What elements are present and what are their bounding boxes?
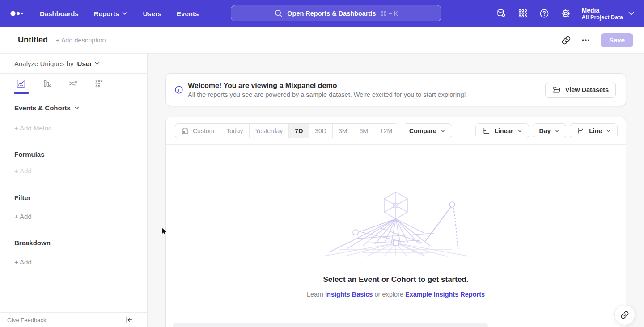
- nav-dashboards-label: Dashboards: [40, 10, 79, 17]
- view-datasets-button[interactable]: View Datasets: [545, 82, 616, 98]
- nav-reports[interactable]: Reports: [94, 10, 128, 17]
- main-content: Welcome! You are viewing a Mixpanel demo…: [148, 54, 644, 327]
- report-header: Untitled + Add description... Save: [0, 27, 644, 54]
- range-6m[interactable]: 6M: [353, 124, 373, 138]
- global-search[interactable]: Open Reports & Dashboards ⌘ + K: [231, 5, 441, 21]
- add-breakdown-button[interactable]: + Add: [14, 258, 147, 266]
- chevron-down-icon: [441, 129, 445, 133]
- link-icon: [620, 310, 629, 319]
- nav-dashboards[interactable]: Dashboards: [40, 10, 79, 17]
- tab-flow[interactable]: [65, 76, 80, 91]
- empty-state-illustration: [313, 189, 479, 257]
- formulas-heading: Formulas: [14, 151, 147, 158]
- project-name: Media: [582, 6, 623, 14]
- settings-gear-icon[interactable]: [560, 8, 571, 19]
- interval-dropdown[interactable]: Day: [533, 123, 567, 138]
- give-feedback-link[interactable]: Give Feedback: [7, 317, 46, 323]
- chart-type-dropdown[interactable]: Line: [570, 123, 618, 138]
- results-table-peek: [173, 323, 488, 327]
- range-yesterday[interactable]: Yesterday: [249, 124, 289, 138]
- range-3m[interactable]: 3M: [332, 124, 353, 138]
- collapse-sidebar-icon[interactable]: [125, 316, 133, 324]
- add-formula-button[interactable]: + Add: [14, 167, 147, 175]
- range-custom-label: Custom: [193, 127, 214, 134]
- info-icon: [174, 85, 184, 95]
- demo-welcome-banner: Welcome! You are viewing a Mixpanel demo…: [165, 73, 626, 106]
- search-icon: [274, 9, 283, 17]
- filter-heading: Filter: [14, 194, 147, 201]
- learn-prefix: Learn: [307, 291, 323, 298]
- events-cohorts-heading[interactable]: Events & Cohorts: [14, 104, 147, 112]
- insights-chart-card: Custom Today Yesterday 7D 30D 3M 6M 12M …: [165, 117, 626, 327]
- help-icon[interactable]: [539, 8, 550, 19]
- top-nav: Dashboards Reports Users Events Open Rep…: [0, 0, 644, 27]
- insights-basics-link[interactable]: Insights Basics: [325, 291, 373, 298]
- chevron-down-icon: [122, 12, 127, 15]
- analyze-uniques-row: Analyze Uniques by User: [0, 54, 147, 74]
- chevron-down-icon: [606, 129, 611, 133]
- data-management-icon[interactable]: [496, 8, 507, 19]
- sidebar-footer: Give Feedback: [0, 312, 147, 327]
- empty-state-subtitle: Learn Insights Basics or explore Example…: [307, 291, 485, 298]
- more-options-icon[interactable]: [581, 35, 591, 45]
- breakdown-heading: Breakdown: [14, 239, 147, 247]
- add-description-field[interactable]: + Add description...: [56, 37, 111, 44]
- range-30d[interactable]: 30D: [309, 124, 332, 138]
- tab-bar-chart[interactable]: [39, 76, 55, 91]
- active-tab-indicator: [14, 92, 29, 94]
- share-link-fab[interactable]: [614, 305, 635, 325]
- copy-link-icon[interactable]: [561, 35, 571, 45]
- project-selector[interactable]: Media All Project Data: [582, 6, 634, 21]
- analyze-value-dropdown[interactable]: User: [77, 60, 100, 67]
- search-shortcut: ⌘ + K: [380, 10, 398, 17]
- analyze-label: Analyze Uniques by: [14, 60, 74, 67]
- empty-state: Select an Event or Cohort to get started…: [166, 145, 626, 298]
- scale-label: Linear: [495, 127, 513, 134]
- chart-type-label: Line: [589, 127, 602, 134]
- nav-utilities: Media All Project Data: [496, 0, 644, 27]
- example-reports-link[interactable]: Example Insights Reports: [405, 291, 485, 298]
- linear-axis-icon: [482, 126, 491, 135]
- date-range-segmented-control: Custom Today Yesterday 7D 30D 3M 6M 12M: [175, 123, 398, 138]
- range-today[interactable]: Today: [220, 124, 249, 138]
- mixpanel-logo-icon[interactable]: [10, 10, 24, 17]
- compare-button[interactable]: Compare: [402, 123, 452, 138]
- middle-text: or explore: [374, 291, 403, 298]
- save-button[interactable]: Save: [601, 33, 633, 47]
- chevron-down-icon: [74, 106, 79, 110]
- chevron-down-icon: [555, 129, 559, 133]
- primary-nav: Dashboards Reports Users Events: [40, 10, 199, 17]
- project-subtitle: All Project Data: [582, 14, 623, 21]
- line-chart-icon: [576, 126, 585, 135]
- visualization-tabs: [0, 74, 147, 93]
- tab-retention-grid[interactable]: [91, 76, 106, 91]
- apps-grid-icon[interactable]: [517, 8, 528, 19]
- chevron-down-icon: [95, 62, 100, 65]
- nav-users[interactable]: Users: [143, 10, 161, 17]
- report-title[interactable]: Untitled: [18, 35, 48, 45]
- banner-title: Welcome! You are viewing a Mixpanel demo: [188, 82, 466, 90]
- chevron-down-icon: [517, 129, 522, 133]
- range-custom[interactable]: Custom: [175, 124, 220, 138]
- events-cohorts-label: Events & Cohorts: [14, 104, 71, 112]
- nav-events-label: Events: [177, 10, 199, 17]
- empty-state-title: Select an Event or Cohort to get started…: [323, 275, 469, 284]
- add-metric-button[interactable]: + Add Metric: [14, 124, 147, 132]
- tab-insights-line[interactable]: [13, 76, 29, 91]
- banner-subtitle: All the reports you see are powered by a…: [188, 91, 466, 98]
- add-filter-button[interactable]: + Add: [14, 213, 147, 220]
- range-12m[interactable]: 12M: [374, 124, 398, 138]
- chart-controls: Custom Today Yesterday 7D 30D 3M 6M 12M …: [166, 117, 626, 145]
- search-label: Open Reports & Dashboards: [287, 10, 376, 17]
- calendar-icon: [181, 127, 189, 135]
- compare-label: Compare: [409, 127, 436, 134]
- query-builder-sidebar: Analyze Uniques by User: [0, 54, 148, 327]
- chevron-down-icon: [628, 12, 634, 16]
- folder-icon: [552, 85, 561, 94]
- scale-dropdown[interactable]: Linear: [475, 123, 529, 138]
- nav-users-label: Users: [143, 10, 161, 17]
- view-datasets-label: View Datasets: [565, 86, 609, 93]
- range-7d[interactable]: 7D: [288, 124, 309, 138]
- nav-reports-label: Reports: [94, 10, 119, 17]
- nav-events[interactable]: Events: [177, 10, 199, 17]
